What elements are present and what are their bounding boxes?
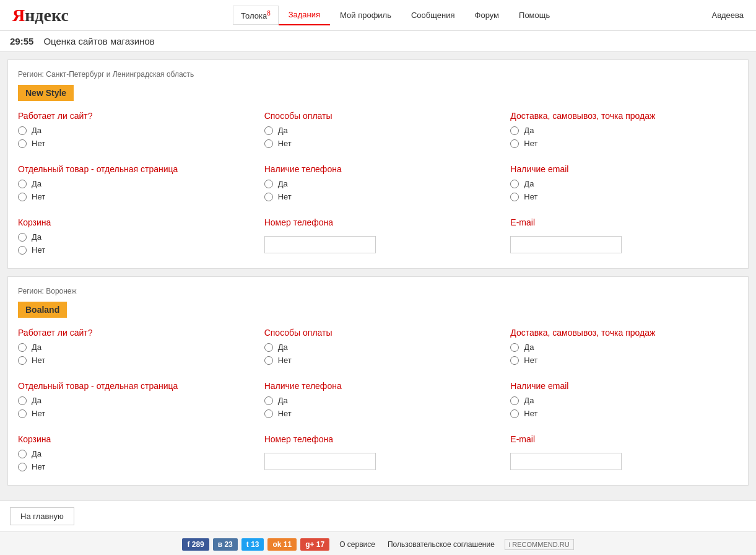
radio-delivery-yes-2[interactable] bbox=[510, 343, 519, 352]
radio-payment-no-1[interactable] bbox=[264, 139, 273, 148]
radio-phone-avail-no-1[interactable] bbox=[264, 193, 273, 201]
radio-delivery-yes-label-1: Да bbox=[524, 126, 534, 135]
q-payment-yes-1[interactable]: Да bbox=[264, 126, 492, 135]
store-card-1: Регион: Санкт-Петербург и Ленинградская … bbox=[7, 59, 749, 269]
social-vk[interactable]: в 23 bbox=[213, 538, 238, 551]
radio-delivery-no-1[interactable] bbox=[510, 139, 519, 148]
q-email-avail-no-1[interactable]: Нет bbox=[510, 192, 738, 201]
username: Авдеева bbox=[712, 11, 744, 20]
radio-basket-yes-2[interactable] bbox=[18, 450, 27, 458]
q-delivery-2: Доставка, самовывоз, точка продаж Да Нет bbox=[510, 328, 738, 369]
radio-delivery-no-2[interactable] bbox=[510, 356, 519, 365]
questions-grid-2: Работает ли сайт? Да Нет Способы оплаты … bbox=[18, 328, 738, 475]
radio-phone-avail-no-label-2: Нет bbox=[278, 409, 292, 418]
radio-delivery-yes-1[interactable] bbox=[510, 126, 519, 135]
q-delivery-yes-2[interactable]: Да bbox=[510, 343, 738, 352]
radio-payment-yes-2[interactable] bbox=[264, 343, 273, 352]
social-icons: f 289 в 23 t 13 ok 11 g+ 17 bbox=[182, 538, 329, 551]
q-basket-yes-1[interactable]: Да bbox=[18, 232, 246, 242]
radio-delivery-yes-label-2: Да bbox=[524, 343, 534, 352]
q-phone-avail-no-2[interactable]: Нет bbox=[264, 409, 492, 418]
q-basket-no-1[interactable]: Нет bbox=[18, 245, 246, 255]
radio-basket-yes-1[interactable] bbox=[18, 233, 27, 242]
radio-email-avail-no-2[interactable] bbox=[510, 409, 519, 418]
phone-num-input-1[interactable] bbox=[264, 236, 376, 253]
radio-payment-yes-1[interactable] bbox=[264, 126, 273, 135]
q-page-no-1[interactable]: Нет bbox=[18, 192, 246, 201]
radio-email-avail-yes-label-2: Да bbox=[524, 396, 534, 405]
link-about[interactable]: О сервисе bbox=[339, 540, 375, 549]
q-page-no-2[interactable]: Нет bbox=[18, 409, 246, 418]
radio-works-yes-1[interactable] bbox=[18, 126, 27, 135]
q-phone-avail-no-1[interactable]: Нет bbox=[264, 192, 492, 201]
radio-basket-yes-label-2: Да bbox=[32, 449, 41, 458]
q-email-avail-no-2[interactable]: Нет bbox=[510, 409, 738, 418]
q-delivery-no-2[interactable]: Нет bbox=[510, 356, 738, 365]
header: Яндекс Толока8 Задания Мой профиль Сообщ… bbox=[0, 0, 756, 31]
radio-basket-yes-label-1: Да bbox=[32, 232, 41, 242]
nav-tab-toloka[interactable]: Толока8 bbox=[233, 6, 279, 25]
q-page-yes-1[interactable]: Да bbox=[18, 179, 246, 188]
q-delivery-no-1[interactable]: Нет bbox=[510, 139, 738, 148]
nav-tab-profile[interactable]: Мой профиль bbox=[330, 6, 401, 25]
radio-email-avail-yes-1[interactable] bbox=[510, 180, 519, 188]
email-input-2[interactable] bbox=[510, 453, 622, 470]
q-payment-no-2[interactable]: Нет bbox=[264, 356, 492, 365]
store-name-btn-1[interactable]: New Style bbox=[18, 85, 74, 101]
social-tw[interactable]: t 13 bbox=[241, 538, 264, 551]
radio-works-no-1[interactable] bbox=[18, 139, 27, 148]
store-card-2: Регион: Воронеж Boaland Работает ли сайт… bbox=[7, 276, 749, 486]
main-content: Регион: Санкт-Петербург и Ленинградская … bbox=[0, 52, 756, 500]
home-button[interactable]: На главную bbox=[10, 507, 74, 525]
social-ok[interactable]: ok 11 bbox=[267, 538, 297, 551]
email-input-1[interactable] bbox=[510, 236, 622, 253]
radio-works-no-2[interactable] bbox=[18, 356, 27, 365]
q-email-avail-yes-2[interactable]: Да bbox=[510, 396, 738, 405]
radio-email-avail-yes-2[interactable] bbox=[510, 396, 519, 405]
social-gp[interactable]: g+ 17 bbox=[300, 538, 329, 551]
q-phone-avail-yes-1[interactable]: Да bbox=[264, 179, 492, 188]
phone-num-input-2[interactable] bbox=[264, 453, 376, 470]
q-works-no-1[interactable]: Нет bbox=[18, 139, 246, 148]
q-works-yes-1[interactable]: Да bbox=[18, 126, 246, 135]
q-works-no-2[interactable]: Нет bbox=[18, 356, 246, 365]
radio-phone-avail-no-2[interactable] bbox=[264, 409, 273, 418]
q-page-yes-2[interactable]: Да bbox=[18, 396, 246, 405]
radio-email-avail-yes-label-1: Да bbox=[524, 179, 534, 188]
radio-basket-no-1[interactable] bbox=[18, 246, 27, 255]
q-email-avail-label-2: Наличие email bbox=[510, 381, 738, 391]
q-basket-yes-2[interactable]: Да bbox=[18, 449, 246, 458]
radio-works-yes-2[interactable] bbox=[18, 343, 27, 352]
social-fb[interactable]: f 289 bbox=[182, 538, 209, 551]
radio-basket-no-2[interactable] bbox=[18, 463, 27, 471]
q-page-label-2: Отдельный товар - отдельная страница bbox=[18, 381, 246, 391]
q-delivery-yes-1[interactable]: Да bbox=[510, 126, 738, 135]
link-terms[interactable]: Пользовательское соглашение bbox=[388, 540, 495, 549]
radio-page-yes-1[interactable] bbox=[18, 180, 27, 188]
q-delivery-label-2: Доставка, самовывоз, точка продаж bbox=[510, 328, 738, 338]
nav-tab-help[interactable]: Помощь bbox=[509, 6, 560, 25]
nav-tab-tasks[interactable]: Задания bbox=[279, 5, 330, 25]
q-phone-avail-yes-2[interactable]: Да bbox=[264, 396, 492, 405]
q-email-avail-1: Наличие email Да Нет bbox=[510, 164, 738, 205]
q-payment-no-1[interactable]: Нет bbox=[264, 139, 492, 148]
radio-page-yes-2[interactable] bbox=[18, 396, 27, 405]
radio-delivery-no-label-1: Нет bbox=[524, 139, 537, 148]
task-title: Оценка сайтов магазинов bbox=[43, 36, 154, 46]
radio-page-no-1[interactable] bbox=[18, 193, 27, 201]
q-email-avail-yes-1[interactable]: Да bbox=[510, 179, 738, 188]
radio-page-no-2[interactable] bbox=[18, 409, 27, 418]
q-works-yes-2[interactable]: Да bbox=[18, 343, 246, 352]
radio-phone-avail-yes-2[interactable] bbox=[264, 396, 273, 405]
q-payment-yes-2[interactable]: Да bbox=[264, 343, 492, 352]
q-email-label-1: E-mail bbox=[510, 217, 738, 227]
q-page-label-1: Отдельный товар - отдельная страница bbox=[18, 164, 246, 174]
nav-tab-messages[interactable]: Сообщения bbox=[401, 6, 465, 25]
radio-email-avail-no-1[interactable] bbox=[510, 193, 519, 201]
nav-tab-forum[interactable]: Форум bbox=[465, 6, 510, 25]
store-name-btn-2[interactable]: Boaland bbox=[18, 302, 67, 318]
q-basket-no-2[interactable]: Нет bbox=[18, 462, 246, 471]
radio-payment-no-label-1: Нет bbox=[278, 139, 292, 148]
radio-phone-avail-yes-1[interactable] bbox=[264, 180, 273, 188]
radio-payment-no-2[interactable] bbox=[264, 356, 273, 365]
